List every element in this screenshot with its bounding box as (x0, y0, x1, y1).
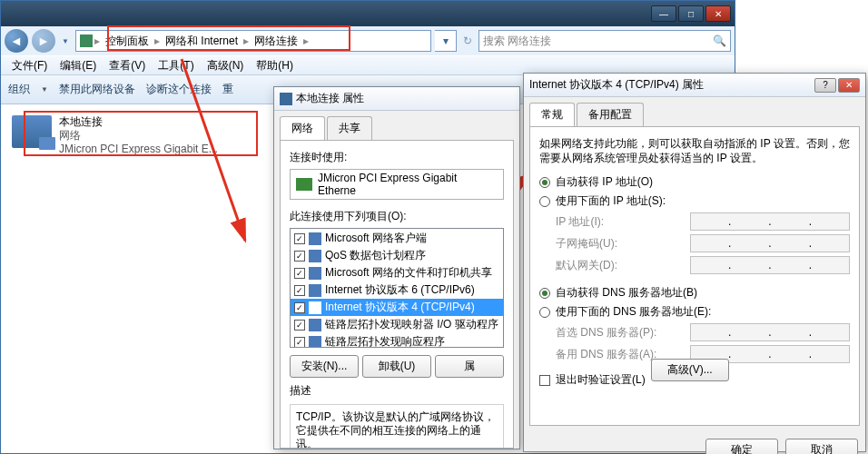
tab-network[interactable]: 网络 (280, 116, 325, 140)
mask-label: 子网掩码(U): (556, 236, 683, 252)
protocol-icon (309, 284, 321, 297)
breadcrumb-item[interactable]: 控制面板 (102, 34, 153, 49)
radio-icon (539, 307, 550, 318)
disable-device-button[interactable]: 禁用此网络设备 (59, 82, 135, 97)
uninstall-button[interactable]: 卸载(U) (362, 355, 431, 378)
manual-dns-radio[interactable]: 使用下面的 DNS 服务器地址(E): (539, 304, 850, 320)
back-button[interactable]: ◄ (5, 29, 28, 53)
mask-input: ... (690, 234, 850, 252)
dns1-label: 首选 DNS 服务器(P): (556, 325, 683, 340)
menu-file[interactable]: 文件(F) (6, 56, 53, 75)
organize-button[interactable]: 组织 (8, 82, 30, 97)
maximize-button[interactable]: □ (678, 5, 704, 22)
checkbox-icon[interactable]: ✓ (294, 337, 305, 348)
close-button[interactable]: ✕ (838, 78, 860, 93)
search-input[interactable]: 搜索 网络连接 🔍 (478, 30, 731, 52)
connection-device: JMicron PCI Express Gigabit E... (59, 143, 218, 156)
dialog-title-text: 本地连接 属性 (296, 91, 364, 106)
ip-input: ... (690, 212, 850, 231)
checkbox-icon[interactable]: ✓ (294, 320, 305, 331)
list-item[interactable]: ✓链路层拓扑发现响应程序 (291, 333, 503, 348)
list-item[interactable]: ✓Microsoft 网络客户端 (291, 230, 503, 247)
gateway-input: ... (690, 256, 850, 274)
dialog-title: 本地连接 属性 (274, 87, 519, 111)
item-label: Microsoft 网络的文件和打印机共享 (325, 265, 492, 281)
list-item[interactable]: ✓QoS 数据包计划程序 (291, 247, 503, 264)
diagnose-button[interactable]: 诊断这个连接 (146, 82, 212, 97)
protocol-icon (309, 250, 321, 262)
breadcrumb[interactable]: ▸ 控制面板 ▸ 网络和 Internet ▸ 网络连接 ▸ (75, 30, 431, 52)
protocol-icon (309, 301, 321, 314)
validate-label: 退出时验证设置(L) (556, 372, 646, 388)
ok-button[interactable]: 确定 (705, 439, 778, 454)
adapter-name: JMicron PCI Express Gigabit Etherne (318, 172, 498, 197)
network-items-list[interactable]: ✓Microsoft 网络客户端✓QoS 数据包计划程序✓Microsoft 网… (290, 228, 504, 348)
checkbox-icon[interactable]: ✓ (294, 302, 305, 313)
breadcrumb-icon (80, 35, 93, 47)
manual-ip-radio[interactable]: 使用下面的 IP 地址(S): (539, 193, 850, 209)
radio-icon (539, 288, 550, 299)
validate-checkbox[interactable] (539, 375, 550, 386)
connection-name: 本地连接 (59, 115, 218, 129)
ipv4-properties-dialog: Internet 协议版本 4 (TCP/IPv4) 属性 ? ✕ 常规 备用配… (523, 73, 866, 452)
search-icon: 🔍 (713, 35, 726, 47)
adapter-box: JMicron PCI Express Gigabit Etherne (290, 169, 504, 200)
rename-button[interactable]: 重 (222, 82, 233, 97)
auto-ip-radio[interactable]: 自动获得 IP 地址(O) (539, 174, 850, 190)
item-label: 链路层拓扑发现响应程序 (325, 334, 445, 348)
protocol-icon (309, 232, 321, 245)
ip-label: IP 地址(I): (556, 214, 683, 230)
properties-button[interactable]: 属 (435, 355, 504, 378)
nav-bar: ◄ ► ▼ ▸ 控制面板 ▸ 网络和 Internet ▸ 网络连接 ▸ ▾ ↻… (1, 26, 735, 55)
items-label: 此连接使用下列项目(O): (290, 209, 504, 224)
advanced-button[interactable]: 高级(V)... (651, 359, 729, 381)
menu-view[interactable]: 查看(V) (104, 56, 151, 75)
auto-dns-radio[interactable]: 自动获得 DNS 服务器地址(B) (539, 285, 850, 301)
breadcrumb-item[interactable]: 网络和 Internet (162, 34, 242, 49)
description-text: TCP/IP。该协议是默认的广域网络协议，它提供在不同的相互连接的网络上的通讯。 (290, 404, 504, 449)
refresh-button[interactable]: ↻ (460, 30, 475, 52)
info-text: 如果网络支持此功能，则可以获取自动指派的 IP 设置。否则，您需要从网络系统管理… (539, 136, 850, 165)
network-adapter-icon (12, 115, 52, 148)
menu-help[interactable]: 帮助(H) (251, 56, 299, 75)
network-icon (280, 93, 292, 105)
tab-alternate[interactable]: 备用配置 (577, 103, 644, 126)
breadcrumb-item[interactable]: 网络连接 (251, 34, 301, 49)
forward-button[interactable]: ► (32, 29, 55, 53)
description-label: 描述 (290, 383, 504, 399)
titlebar: — □ ✕ (1, 1, 735, 26)
local-connection-properties-dialog: 本地连接 属性 网络 共享 连接时使用: JMicron PCI Express… (273, 86, 520, 449)
history-dropdown[interactable]: ▼ (59, 29, 72, 53)
dns1-input: ... (690, 323, 850, 341)
list-item[interactable]: ✓Microsoft 网络的文件和打印机共享 (291, 264, 503, 281)
list-item[interactable]: ✓Internet 协议版本 6 (TCP/IPv6) (291, 281, 503, 299)
checkbox-icon[interactable]: ✓ (294, 251, 305, 262)
item-label: Microsoft 网络客户端 (325, 231, 427, 246)
minimize-button[interactable]: — (651, 5, 676, 22)
adapter-icon (296, 178, 312, 191)
radio-icon (539, 177, 550, 188)
protocol-icon (309, 267, 321, 280)
list-item[interactable]: ✓链路层拓扑发现映射器 I/O 驱动程序 (291, 316, 503, 333)
cancel-button[interactable]: 取消 (785, 439, 858, 454)
protocol-icon (309, 336, 321, 349)
item-label: Internet 协议版本 4 (TCP/IPv4) (325, 300, 475, 315)
connection-item[interactable]: 本地连接 网络 JMicron PCI Express Gigabit E... (8, 112, 244, 160)
dropdown-button[interactable]: ▾ (435, 30, 457, 52)
connect-using-label: 连接时使用: (290, 150, 504, 165)
tab-sharing[interactable]: 共享 (327, 116, 372, 140)
menu-edit[interactable]: 编辑(E) (54, 56, 102, 75)
menu-tools[interactable]: 工具(T) (153, 56, 199, 75)
install-button[interactable]: 安装(N)... (290, 355, 359, 378)
list-item[interactable]: ✓Internet 协议版本 4 (TCP/IPv4) (291, 299, 503, 316)
help-button[interactable]: ? (814, 78, 836, 93)
item-label: Internet 协议版本 6 (TCP/IPv6) (325, 282, 475, 298)
checkbox-icon[interactable]: ✓ (294, 285, 305, 296)
checkbox-icon[interactable]: ✓ (294, 268, 305, 279)
dialog-title-text: Internet 协议版本 4 (TCP/IPv4) 属性 (529, 77, 704, 93)
tab-general[interactable]: 常规 (529, 103, 575, 126)
dialog-title: Internet 协议版本 4 (TCP/IPv4) 属性 ? ✕ (524, 74, 865, 97)
close-button[interactable]: ✕ (705, 5, 731, 22)
checkbox-icon[interactable]: ✓ (294, 233, 305, 244)
menu-advanced[interactable]: 高级(N) (202, 56, 250, 75)
